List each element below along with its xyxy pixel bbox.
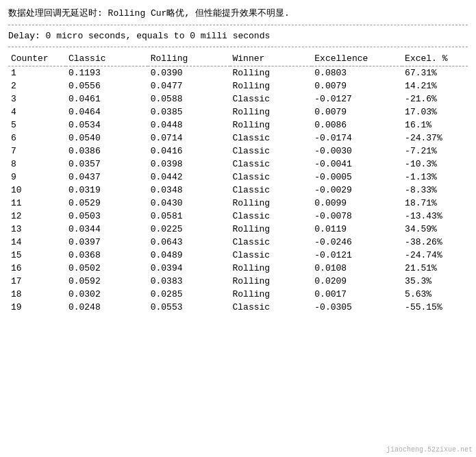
table-row: 160.05020.0394Rolling0.010821.51% <box>8 262 468 275</box>
cell-rolling: 0.0588 <box>148 92 230 106</box>
cell-classic: 0.0464 <box>66 106 148 119</box>
cell-excellence: 0.0119 <box>312 223 402 236</box>
cell-rolling: 0.0348 <box>148 184 230 197</box>
table-row: 110.05290.0430Rolling0.009918.71% <box>8 197 468 210</box>
cell-counter: 11 <box>8 197 66 210</box>
cell-excellence: -0.0127 <box>312 92 402 106</box>
cell-rolling: 0.0385 <box>148 106 230 119</box>
table-row: 20.05560.0477Rolling0.007914.21% <box>8 79 468 92</box>
cell-excellence: 0.0086 <box>312 119 402 132</box>
cell-counter: 8 <box>8 158 66 171</box>
cell-excellence: 0.0079 <box>312 106 402 119</box>
cell-classic: 0.0344 <box>66 223 148 236</box>
cell-counter: 2 <box>8 79 66 92</box>
cell-classic: 0.0556 <box>66 79 148 92</box>
cell-rolling: 0.0390 <box>148 66 230 80</box>
cell-classic: 0.0503 <box>66 210 148 223</box>
cell-counter: 18 <box>8 288 66 301</box>
cell-classic: 0.0386 <box>66 145 148 158</box>
cell-classic: 0.0461 <box>66 92 148 106</box>
cell-excel-pct: 17.03% <box>402 106 468 119</box>
cell-excellence: -0.0305 <box>312 301 402 314</box>
cell-excel-pct: 18.71% <box>402 197 468 210</box>
section-divider <box>8 47 468 47</box>
cell-rolling: 0.0489 <box>148 249 230 262</box>
cell-rolling: 0.0285 <box>148 288 230 301</box>
cell-counter: 17 <box>8 275 66 288</box>
table-row: 50.05340.0448Rolling0.008616.1% <box>8 119 468 132</box>
cell-excel-pct: -10.3% <box>402 158 468 171</box>
cell-excellence: -0.0030 <box>312 145 402 158</box>
cell-winner: Classic <box>230 92 312 106</box>
cell-rolling: 0.0225 <box>148 223 230 236</box>
delay-line: Delay: 0 micro seconds, equals to 0 mill… <box>8 31 468 41</box>
cell-counter: 10 <box>8 184 66 197</box>
cell-excellence: 0.0209 <box>312 275 402 288</box>
cell-winner: Classic <box>230 236 312 249</box>
cell-rolling: 0.0553 <box>148 301 230 314</box>
cell-counter: 16 <box>8 262 66 275</box>
cell-winner: Rolling <box>230 79 312 92</box>
cell-counter: 14 <box>8 236 66 249</box>
table-row: 170.05920.0383Rolling0.020935.3% <box>8 275 468 288</box>
cell-counter: 7 <box>8 145 66 158</box>
cell-classic: 0.0437 <box>66 171 148 184</box>
cell-rolling: 0.0448 <box>148 119 230 132</box>
header-text: 数据处理回调无延迟时: Rolling Cur略优, 但性能提升效果不明显. <box>8 7 468 19</box>
cell-classic: 0.0540 <box>66 132 148 145</box>
header-classic: Classic <box>66 51 148 66</box>
cell-winner: Rolling <box>230 288 312 301</box>
cell-excel-pct: -13.43% <box>402 210 468 223</box>
cell-classic: 0.0592 <box>66 275 148 288</box>
cell-excel-pct: -24.37% <box>402 132 468 145</box>
cell-excel-pct: -8.33% <box>402 184 468 197</box>
table-row: 90.04370.0442Classic-0.0005-1.13% <box>8 171 468 184</box>
cell-excel-pct: 34.59% <box>402 223 468 236</box>
table-row: 130.03440.0225Rolling0.011934.59% <box>8 223 468 236</box>
table-row: 120.05030.0581Classic-0.0078-13.43% <box>8 210 468 223</box>
cell-rolling: 0.0394 <box>148 262 230 275</box>
header-excel-pct: Excel. % <box>402 51 468 66</box>
cell-excellence: -0.0029 <box>312 184 402 197</box>
table-row: 140.03970.0643Classic-0.0246-38.26% <box>8 236 468 249</box>
cell-excel-pct: 67.31% <box>402 66 468 80</box>
table-row: 40.04640.0385Rolling0.007917.03% <box>8 106 468 119</box>
cell-winner: Classic <box>230 301 312 314</box>
cell-classic: 0.0302 <box>66 288 148 301</box>
data-table: Counter Classic Rolling Winner Excellenc… <box>8 51 468 314</box>
header-counter: Counter <box>8 51 66 66</box>
cell-excellence: 0.0017 <box>312 288 402 301</box>
table-row: 30.04610.0588Classic-0.0127-21.6% <box>8 92 468 106</box>
cell-classic: 0.0248 <box>66 301 148 314</box>
cell-excellence: -0.0005 <box>312 171 402 184</box>
cell-counter: 1 <box>8 66 66 80</box>
cell-excel-pct: -24.74% <box>402 249 468 262</box>
cell-counter: 6 <box>8 132 66 145</box>
table-row: 150.03680.0489Classic-0.0121-24.74% <box>8 249 468 262</box>
cell-winner: Classic <box>230 145 312 158</box>
cell-winner: Rolling <box>230 106 312 119</box>
cell-rolling: 0.0477 <box>148 79 230 92</box>
cell-counter: 15 <box>8 249 66 262</box>
cell-excel-pct: -55.15% <box>402 301 468 314</box>
cell-counter: 12 <box>8 210 66 223</box>
header-winner: Winner <box>230 51 312 66</box>
cell-excellence: -0.0121 <box>312 249 402 262</box>
cell-classic: 0.1193 <box>66 66 148 80</box>
cell-excellence: 0.0108 <box>312 262 402 275</box>
cell-counter: 9 <box>8 171 66 184</box>
cell-classic: 0.0502 <box>66 262 148 275</box>
cell-excellence: -0.0246 <box>312 236 402 249</box>
cell-counter: 5 <box>8 119 66 132</box>
cell-excellence: 0.0099 <box>312 197 402 210</box>
cell-excel-pct: 21.51% <box>402 262 468 275</box>
table-row: 10.11930.0390Rolling0.080367.31% <box>8 66 468 80</box>
cell-winner: Classic <box>230 158 312 171</box>
cell-winner: Classic <box>230 210 312 223</box>
cell-rolling: 0.0442 <box>148 171 230 184</box>
top-divider <box>8 25 468 25</box>
cell-rolling: 0.0430 <box>148 197 230 210</box>
cell-counter: 3 <box>8 92 66 106</box>
cell-rolling: 0.0383 <box>148 275 230 288</box>
table-row: 180.03020.0285Rolling0.00175.63% <box>8 288 468 301</box>
